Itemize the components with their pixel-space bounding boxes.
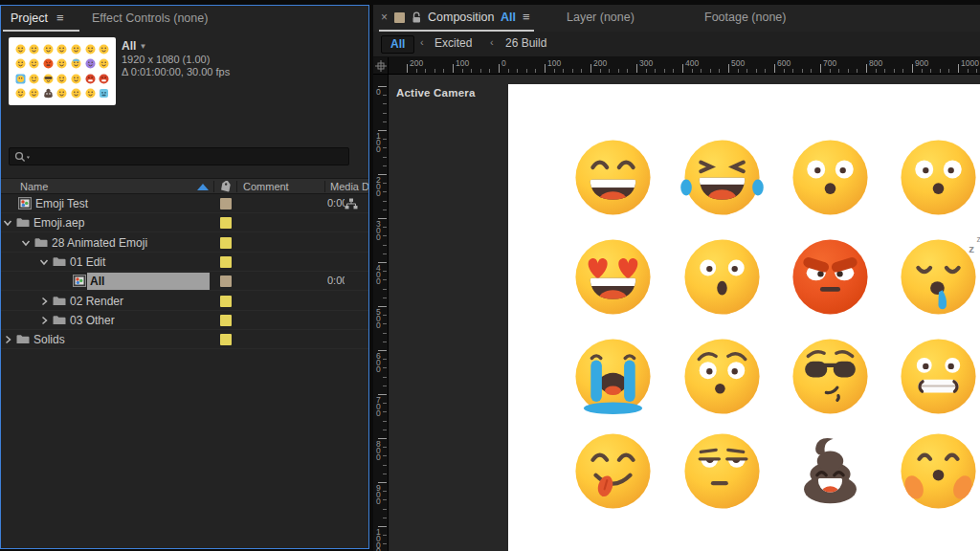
chevron-right-icon[interactable] — [3, 335, 12, 344]
ruler-major-tick — [590, 64, 591, 73]
item-name[interactable]: 01 Edit — [70, 255, 105, 269]
ruler-label: 200 — [410, 58, 423, 68]
emoji-angry[interactable] — [785, 231, 876, 322]
composition-tab-comp-name[interactable]: All — [501, 5, 516, 30]
item-name[interactable]: Solids — [33, 333, 65, 346]
column-media-duration[interactable]: Media D — [330, 180, 369, 194]
label-color-swatch[interactable] — [394, 12, 405, 23]
mini-emoji — [71, 88, 81, 99]
ruler-label: 2 0 0 — [376, 177, 381, 196]
chevron-right-icon[interactable] — [39, 316, 49, 325]
composition-navigator: All ‹ Excited ‹ 26 Build — [373, 32, 980, 57]
unlock-icon[interactable] — [412, 11, 422, 23]
mini-emoji — [43, 88, 54, 99]
emoji-astonished[interactable] — [677, 331, 768, 422]
project-panel-tabs: Project ≡ Effect Controls (none) — [1, 6, 368, 31]
project-panel-menu-icon[interactable]: ≡ — [56, 6, 64, 31]
label-color-swatch[interactable] — [220, 237, 232, 249]
project-row-01-edit[interactable]: 01 Edit — [1, 253, 368, 272]
tab-project[interactable]: Project — [11, 6, 48, 31]
viewer-tabbar: × Composition All ≡ Layer (none) Footage… — [373, 5, 980, 32]
column-divider[interactable] — [324, 181, 325, 192]
chevron-down-icon[interactable] — [39, 257, 49, 267]
emoji-grimacing[interactable] — [893, 331, 980, 422]
project-list-header[interactable]: Name Comment Media D — [1, 178, 368, 194]
project-row-emoji-test[interactable]: Emoji Test0:00 — [1, 194, 368, 213]
project-row-02-render[interactable]: 02 Render — [1, 292, 368, 311]
column-divider[interactable] — [236, 181, 237, 192]
ruler-label: 900 — [915, 58, 928, 68]
emoji-sleepy[interactable]: zz — [893, 231, 980, 322]
label-color-swatch[interactable] — [220, 276, 232, 287]
folder-icon — [53, 315, 66, 325]
ruler-major-tick — [774, 64, 775, 73]
project-row-emoji-aep[interactable]: Emoji.aep — [1, 213, 368, 232]
project-row-all[interactable]: All0:00 — [1, 272, 368, 291]
item-name[interactable]: 03 Other — [70, 314, 115, 327]
tab-layer[interactable]: Layer (none) — [567, 5, 635, 30]
emoji-laughing[interactable] — [568, 132, 658, 223]
folder-icon — [34, 237, 48, 248]
label-column-tag-icon[interactable] — [219, 181, 233, 192]
emoji-tongue-out[interactable] — [568, 426, 658, 517]
search-input[interactable] — [9, 147, 349, 165]
emoji-cool-sunglasses[interactable] — [785, 331, 876, 422]
search-icon[interactable] — [14, 151, 32, 163]
label-color-swatch[interactable] — [220, 334, 232, 345]
item-name[interactable]: 02 Render — [70, 295, 123, 308]
item-name[interactable]: 28 Animated Emoji — [52, 236, 147, 250]
column-comment[interactable]: Comment — [243, 180, 289, 194]
mini-emoji — [29, 44, 39, 55]
project-row-28-animated-emoji[interactable]: 28 Animated Emoji — [1, 233, 368, 253]
ruler-major-tick — [682, 64, 683, 73]
breadcrumb-separator: ‹ — [490, 36, 494, 48]
label-color-swatch[interactable] — [220, 296, 232, 307]
close-icon[interactable]: × — [381, 5, 388, 30]
chevron-right-icon[interactable] — [39, 297, 49, 306]
item-name[interactable]: Emoji.aep — [33, 216, 84, 230]
emoji-poop[interactable] — [785, 426, 876, 517]
composition-name[interactable]: All — [122, 39, 136, 53]
horizontal-ruler[interactable]: 200 100 0 100 200 300 400 500 600 700 80… — [389, 57, 980, 75]
sort-ascending-icon[interactable] — [197, 184, 209, 190]
emoji-hugging[interactable] — [893, 426, 980, 517]
emoji-sobbing[interactable] — [568, 331, 658, 422]
column-name[interactable]: Name — [20, 180, 48, 194]
column-divider[interactable] — [213, 181, 214, 192]
media-duration: 0:00 — [327, 197, 345, 209]
mini-emoji — [15, 88, 26, 99]
tab-footage[interactable]: Footage (none) — [704, 5, 786, 30]
tab-effect-controls[interactable]: Effect Controls (none) — [92, 6, 208, 31]
label-color-swatch[interactable] — [220, 256, 232, 268]
chevron-down-icon[interactable]: ▼ — [139, 42, 146, 51]
emoji-anguished[interactable] — [677, 231, 768, 322]
vertical-ruler[interactable]: 0 1 0 0 2 0 0 3 0 0 4 0 0 5 0 0 6 0 0 7 … — [373, 75, 389, 551]
svg-text:z: z — [969, 242, 974, 254]
breadcrumb-current-comp[interactable]: All — [381, 35, 414, 54]
breadcrumb-comp[interactable]: 26 Build — [505, 36, 546, 50]
mini-emoji — [29, 74, 39, 84]
mini-emoji — [56, 88, 67, 99]
label-color-swatch[interactable] — [220, 198, 232, 209]
emoji-heart-eyes[interactable] — [568, 231, 658, 322]
emoji-unamused[interactable] — [677, 426, 768, 517]
folder-icon — [16, 334, 30, 344]
label-color-swatch[interactable] — [220, 217, 232, 229]
item-name[interactable]: All — [90, 275, 104, 288]
emoji-joy-tears[interactable] — [677, 132, 768, 223]
composition-viewport[interactable]: Active Camera zz — [389, 75, 980, 551]
chevron-down-icon[interactable] — [21, 238, 31, 248]
chevron-down-icon[interactable] — [3, 218, 12, 228]
label-color-swatch[interactable] — [220, 315, 232, 326]
mini-emoji — [43, 74, 54, 84]
ruler-major-tick — [728, 64, 729, 73]
emoji-surprised-2[interactable] — [893, 132, 980, 223]
composition-tab-label[interactable]: Composition — [428, 5, 494, 30]
project-row-03-other[interactable]: 03 Other — [1, 311, 368, 330]
ruler-origin-box[interactable] — [373, 57, 389, 75]
breadcrumb-comp[interactable]: Excited — [434, 36, 472, 50]
project-row-solids[interactable]: Solids — [1, 330, 368, 349]
item-name[interactable]: Emoji Test — [35, 197, 88, 210]
emoji-surprised[interactable] — [785, 132, 876, 223]
viewer-menu-icon[interactable]: ≡ — [523, 5, 530, 30]
